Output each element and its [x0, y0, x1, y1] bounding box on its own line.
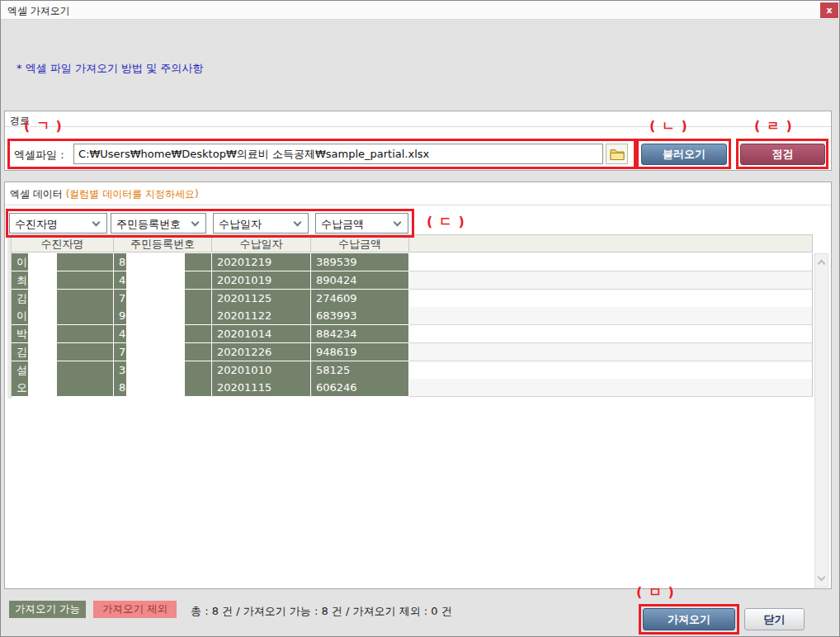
- cell-name: 설: [12, 361, 113, 379]
- scroll-up-icon[interactable]: [818, 260, 826, 268]
- path-separator: [5, 126, 831, 127]
- column-select-rrn-value: 주민등록번호: [116, 217, 181, 232]
- annotation-rieul: ( ㄹ ): [754, 118, 793, 135]
- excel-import-dialog: 엑셀 가져오기 x * 엑셀 파일 가져오기 방법 및 주의사항 1) 엑셀의형…: [0, 0, 840, 637]
- excel-data-hint: (컬럼별 데이터를 지정하세요): [66, 188, 199, 200]
- annotation-nieun: ( ㄴ ): [649, 118, 688, 135]
- cell-name: 이: [12, 307, 113, 324]
- excel-data-label-text: 엑셀 데이터: [10, 188, 63, 200]
- row-filler: [409, 361, 813, 380]
- row-filler: [409, 307, 813, 325]
- close-dialog-button[interactable]: 닫기: [744, 608, 805, 630]
- cell-name: 김: [12, 343, 113, 361]
- open-folder-button[interactable]: [606, 144, 628, 164]
- file-path-input[interactable]: [73, 144, 603, 164]
- cell-name: 최: [12, 271, 113, 289]
- folder-icon: [610, 149, 625, 160]
- import-summary-text: 총 : 8 건 / 가져오기 가능 : 8 건 / 가져오기 제외 : 0 건: [191, 604, 452, 619]
- annotation-mieum: ( ㅁ ): [636, 584, 675, 602]
- data-separator: [5, 205, 831, 205]
- cell-amount: 948619: [311, 343, 408, 361]
- row-filler: [409, 290, 813, 308]
- row-filler: [409, 325, 813, 343]
- cell-name: 오: [12, 379, 113, 396]
- cell-amount: 890424: [311, 271, 408, 289]
- cell-name: 이: [12, 253, 113, 271]
- column-header-date: 수납일자: [212, 234, 311, 252]
- cell-amount: 606246: [311, 379, 408, 396]
- column-select-amount-value: 수납금액: [321, 217, 364, 232]
- import-button[interactable]: 가져오기: [643, 608, 735, 630]
- chevron-down-icon: [394, 219, 402, 227]
- chevron-down-icon: [92, 219, 101, 227]
- column-header-name: 수진자명: [12, 234, 114, 252]
- column-select-amount[interactable]: 수납금액: [315, 213, 408, 234]
- column-select-date-value: 수납일자: [219, 217, 262, 232]
- close-icon[interactable]: x: [820, 2, 838, 18]
- row-filler: [409, 253, 813, 271]
- cell-amount: 389539: [311, 253, 408, 271]
- cell-name: 박: [12, 325, 113, 342]
- column-select-rrn[interactable]: 주민등록번호: [111, 213, 206, 234]
- chevron-down-icon: [294, 219, 302, 227]
- cell-date: 20201219: [212, 253, 310, 271]
- cell-name: 김: [12, 290, 113, 307]
- window-title: 엑셀 가져오기: [7, 4, 70, 18]
- legend-excluded-badge: 가져오기 제외: [93, 601, 177, 618]
- cell-date: 20201122: [212, 307, 310, 324]
- cell-date: 20201125: [212, 290, 310, 307]
- cell-date: 20201115: [212, 379, 310, 396]
- column-header-empty: [409, 234, 813, 252]
- legend-importable-badge: 가져오기 가능: [9, 601, 86, 618]
- column-header-rrn: 주민등록번호: [114, 234, 212, 252]
- privacy-mask-rrn: [126, 252, 185, 397]
- titlebar: 엑셀 가져오기: [1, 1, 840, 20]
- cell-date: 20201019: [212, 271, 310, 289]
- check-button[interactable]: 점검: [740, 144, 825, 165]
- cell-amount: 274609: [311, 290, 408, 307]
- cell-amount: 58125: [311, 361, 408, 379]
- file-path-label: 엑셀파일 :: [14, 148, 64, 163]
- column-header-amount: 수납금액: [311, 234, 409, 252]
- row-filler: [409, 343, 813, 361]
- row-filler: [409, 271, 813, 290]
- vertical-scrollbar[interactable]: [814, 253, 828, 587]
- load-button[interactable]: 불러오기: [641, 144, 727, 165]
- cell-amount: 683993: [311, 307, 408, 324]
- cell-date: 20201226: [212, 343, 310, 361]
- row-filler: [409, 379, 813, 397]
- chevron-down-icon: [191, 219, 200, 227]
- column-select-date[interactable]: 수납일자: [213, 213, 309, 234]
- cell-amount: 884234: [311, 325, 408, 342]
- annotation-digeut: ( ㄷ ): [427, 214, 465, 231]
- instruction-line: * 엑셀 파일 가져오기 방법 및 주의사항: [17, 60, 621, 76]
- cell-date: 20201010: [212, 361, 310, 379]
- column-select-name-value: 수진자명: [15, 217, 58, 232]
- column-select-name[interactable]: 수진자명: [9, 213, 107, 234]
- excel-data-group-label: 엑셀 데이터 (컬럼별 데이터를 지정하세요): [10, 187, 199, 201]
- cell-date: 20201014: [212, 325, 310, 342]
- annotation-giyeok: ( ㄱ ): [24, 118, 63, 135]
- privacy-mask-name: [28, 252, 57, 397]
- scroll-down-icon[interactable]: [818, 573, 826, 582]
